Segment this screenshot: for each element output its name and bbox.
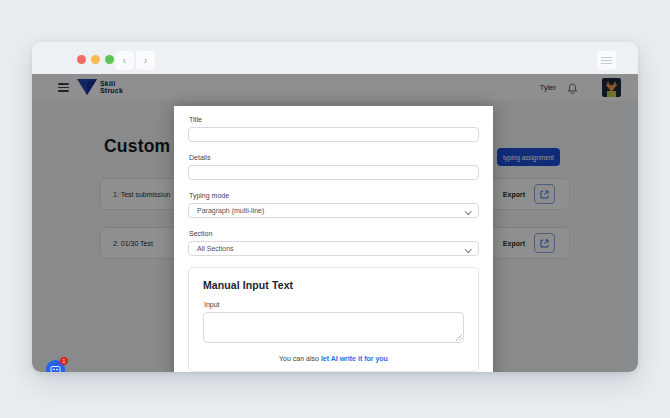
close-window-button[interactable]	[77, 55, 86, 64]
chevron-down-icon	[465, 208, 471, 214]
create-assignment-modal: Title Details Typing mode Paragraph (mul…	[174, 106, 493, 372]
zoom-window-button[interactable]	[105, 55, 114, 64]
browser-back-button[interactable]: ‹	[115, 51, 134, 70]
minimize-window-button[interactable]	[91, 55, 100, 64]
section-field-label: Section	[189, 229, 479, 238]
manual-input-textarea[interactable]	[203, 312, 464, 343]
chevron-down-icon	[465, 246, 471, 252]
details-field-label: Details	[189, 153, 479, 162]
typing-mode-select[interactable]: Paragraph (multi-line)	[188, 203, 479, 218]
browser-chrome: ‹ ›	[32, 42, 638, 74]
typing-mode-field-label: Typing mode	[189, 191, 479, 200]
assistant-widget-button[interactable]: 1	[46, 360, 65, 372]
section-selected-value: All Sections	[197, 242, 234, 256]
resize-grip-icon[interactable]	[455, 334, 462, 341]
browser-menu-button[interactable]	[597, 51, 616, 70]
browser-window: ‹ › Skill Struck Tyler	[32, 42, 638, 372]
browser-forward-button[interactable]: ›	[136, 51, 155, 70]
details-input[interactable]	[188, 165, 479, 180]
manual-input-heading: Manual Input Text	[203, 279, 464, 291]
ai-helper-text: You can also let AI write it for you	[203, 355, 464, 362]
helper-prefix: You can also	[279, 355, 321, 362]
app-viewport: Skill Struck Tyler	[32, 74, 638, 372]
typing-mode-selected-value: Paragraph (multi-line)	[197, 204, 264, 218]
manual-input-card: Manual Input Text Input You can also let…	[188, 267, 479, 372]
section-select[interactable]: All Sections	[188, 241, 479, 256]
input-field-label: Input	[204, 300, 464, 309]
title-field-label: Title	[189, 115, 479, 124]
title-input[interactable]	[188, 127, 479, 142]
notification-badge: 1	[60, 357, 68, 365]
page-background: ‹ › Skill Struck Tyler	[0, 0, 670, 418]
let-ai-write-link[interactable]: let AI write it for you	[321, 355, 388, 362]
